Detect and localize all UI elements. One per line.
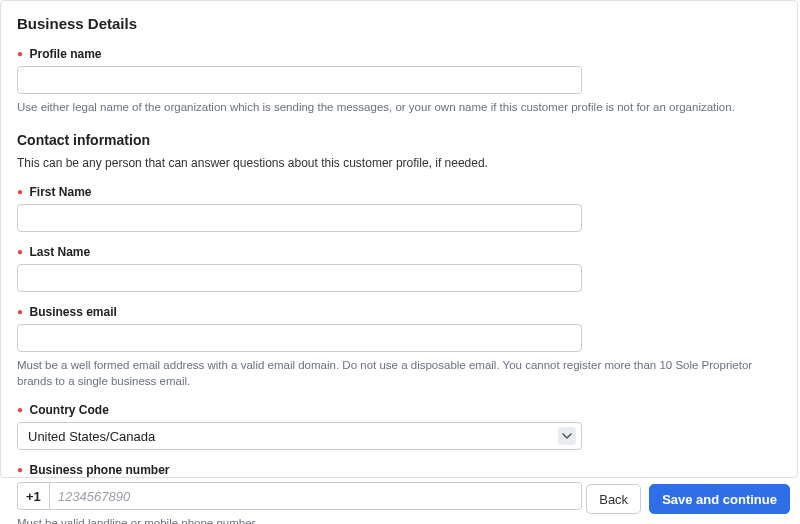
profile-name-input[interactable] [17, 66, 582, 94]
footer-actions: Back Save and continue [586, 484, 790, 514]
first-name-label: First Name [30, 185, 92, 199]
business-details-panel: Business Details ● Profile name Use eith… [0, 0, 798, 478]
required-indicator-icon: ● [17, 246, 23, 257]
country-code-group: ● Country Code United States/Canada [17, 400, 781, 450]
profile-name-label: Profile name [30, 47, 102, 61]
country-code-select[interactable]: United States/Canada [17, 422, 582, 450]
required-indicator-icon: ● [17, 48, 23, 59]
profile-name-group: ● Profile name Use either legal name of … [17, 44, 781, 116]
required-indicator-icon: ● [17, 186, 23, 197]
business-details-heading: Business Details [17, 15, 781, 32]
business-email-input[interactable] [17, 324, 582, 352]
profile-name-help: Use either legal name of the organizatio… [17, 99, 781, 116]
business-email-help: Must be a well formed email address with… [17, 357, 781, 390]
save-and-continue-button[interactable]: Save and continue [649, 484, 790, 514]
back-button[interactable]: Back [586, 484, 641, 514]
business-email-label: Business email [30, 305, 117, 319]
business-email-group: ● Business email Must be a well formed e… [17, 302, 781, 390]
last-name-group: ● Last Name [17, 242, 781, 292]
required-indicator-icon: ● [17, 404, 23, 415]
contact-information-heading: Contact information [17, 132, 781, 148]
contact-info-description: This can be any person that can answer q… [17, 156, 781, 170]
last-name-label: Last Name [30, 245, 91, 259]
required-indicator-icon: ● [17, 306, 23, 317]
country-code-label: Country Code [30, 403, 109, 417]
first-name-group: ● First Name [17, 182, 781, 232]
phone-prefix: +1 [17, 482, 49, 510]
business-phone-label: Business phone number [30, 463, 170, 477]
first-name-input[interactable] [17, 204, 582, 232]
last-name-input[interactable] [17, 264, 582, 292]
required-indicator-icon: ● [17, 464, 23, 475]
business-phone-help: Must be valid landline or mobile phone n… [17, 515, 781, 524]
business-phone-input[interactable] [49, 482, 582, 510]
